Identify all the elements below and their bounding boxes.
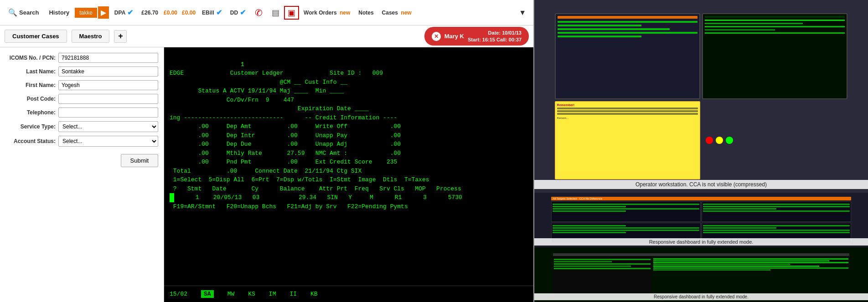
mini-panel-1 bbox=[551, 201, 701, 222]
nav-monitor2-icon[interactable]: ▣ bbox=[284, 6, 299, 20]
status-kb: KB bbox=[310, 291, 318, 297]
main-content: ICOMS No. / PCN: Last Name: First Name: … bbox=[0, 47, 533, 302]
add-button[interactable]: + bbox=[114, 30, 127, 43]
maestro-button[interactable]: Maestro bbox=[72, 30, 110, 43]
nav-price-orange2: £0.00 bbox=[180, 8, 197, 18]
first-name-row: First Name: bbox=[5, 80, 158, 90]
mini-dash-bar: All Targets Selected CCA No Difference bbox=[551, 197, 852, 200]
mary-k-info: Date: 10/01/13 Start: 16:15 Call: 00:37 bbox=[468, 30, 522, 43]
post-code-input[interactable] bbox=[58, 94, 158, 104]
dpa-check-icon: ✔ bbox=[127, 8, 133, 17]
nav-phone-icon[interactable]: ✆ bbox=[250, 5, 267, 20]
status-bar: 15/02 SA MW KS IM II KB bbox=[164, 286, 533, 302]
nav-chevron-icon[interactable]: ▼ bbox=[515, 7, 530, 19]
status-sa: SA bbox=[201, 290, 214, 298]
mini-dash-content bbox=[551, 201, 852, 243]
last-name-input[interactable] bbox=[58, 67, 158, 77]
sub-bar: Customer Cases Maestro + ✕ Mary K Date: … bbox=[0, 26, 533, 47]
nav-cases[interactable]: Cases new bbox=[378, 8, 415, 18]
form-sidebar: ICOMS No. / PCN: Last Name: First Name: … bbox=[0, 47, 164, 302]
status-date: 15/02 bbox=[170, 291, 187, 297]
workstation-image: Remember! Remem... Operator workstation.… bbox=[534, 0, 868, 193]
traffic-lights bbox=[702, 101, 847, 179]
ebill-check-icon: ✔ bbox=[216, 8, 222, 17]
search-icon: 🔍 bbox=[8, 8, 17, 17]
nav-monitor-icon[interactable]: ▤ bbox=[268, 6, 283, 20]
screen-line-1 bbox=[558, 21, 698, 23]
status-im: IM bbox=[269, 291, 276, 297]
icoms-label: ICOMS No. / PCN: bbox=[5, 55, 56, 61]
status-mw: MW bbox=[227, 291, 235, 297]
workstation-visual: Remember! Remem... bbox=[551, 10, 852, 183]
screen-line-2 bbox=[558, 25, 641, 26]
service-type-row: Service Type: Select... bbox=[5, 121, 158, 132]
service-type-select[interactable]: Select... bbox=[58, 121, 158, 132]
service-type-label: Service Type: bbox=[5, 123, 56, 130]
nav-history[interactable]: History bbox=[44, 0, 74, 25]
icoms-input[interactable] bbox=[58, 53, 158, 63]
telephone-label: Telephone: bbox=[5, 109, 56, 116]
icoms-row: ICOMS No. / PCN: bbox=[5, 53, 158, 63]
account-status-label: Account Status: bbox=[5, 138, 56, 144]
customer-cases-button[interactable]: Customer Cases bbox=[5, 30, 67, 43]
account-status-row: Account Status: Select... bbox=[5, 136, 158, 147]
screen-1 bbox=[555, 13, 700, 99]
right-panel: Remember! Remem... Operator workstation.… bbox=[533, 0, 868, 302]
thumbnail-1-label: Responsive dashboard in fully extended m… bbox=[534, 238, 868, 246]
nav-price-gbp: £26.70 bbox=[139, 8, 161, 18]
status-ii: II bbox=[289, 291, 297, 297]
first-name-input[interactable] bbox=[58, 80, 158, 90]
nav-takke[interactable]: takke bbox=[75, 8, 97, 18]
nav-notes[interactable]: Notes bbox=[355, 8, 377, 18]
sticky-note: Remember! Remem... bbox=[555, 101, 700, 179]
terminal-display: 1 EDGE Customer Ledger Site ID : 009 @CM… bbox=[164, 47, 533, 286]
nav-arrow[interactable]: ▶ bbox=[98, 6, 109, 19]
thumbnail-2: Responsive dashboard in fully extended m… bbox=[534, 247, 868, 302]
last-name-row: Last Name: bbox=[5, 67, 158, 77]
thumbnail-2-label: Responsive dashboard in fully extended m… bbox=[534, 293, 868, 300]
screen-line-5 bbox=[558, 36, 641, 37]
submit-button[interactable]: Submit bbox=[121, 154, 158, 167]
nav-work-orders[interactable]: Work Orders new bbox=[300, 8, 354, 18]
workstation-label: Operator workstation. CCA is not visible… bbox=[534, 180, 868, 189]
mary-k-name: Mary K bbox=[444, 33, 464, 40]
telephone-row: Telephone: bbox=[5, 107, 158, 118]
first-name-label: First Name: bbox=[5, 82, 56, 88]
nav-search[interactable]: 🔍 Search bbox=[4, 0, 43, 25]
screen-2 bbox=[702, 13, 847, 99]
last-name-label: Last Name: bbox=[5, 68, 56, 75]
mini-dashboard: All Targets Selected CCA No Difference bbox=[551, 197, 852, 243]
dd-check-icon: ✔ bbox=[240, 8, 246, 17]
nav-bar: 🔍 Search History takke ▶ DPA ✔ £26.70 £0… bbox=[0, 0, 533, 26]
status-ks: KS bbox=[248, 291, 255, 297]
nav-dpa: DPA ✔ bbox=[110, 6, 138, 19]
mary-k-button[interactable]: ✕ Mary K Date: 10/01/13 Start: 16:15 Cal… bbox=[424, 27, 529, 46]
screen-line-3 bbox=[558, 28, 670, 30]
screen-bar-1 bbox=[558, 16, 698, 19]
nav-ebill: EBill ✔ bbox=[198, 6, 226, 19]
nav-price-orange1: £0.00 bbox=[162, 8, 179, 18]
mini-panel-2 bbox=[702, 201, 851, 222]
screen-line-4 bbox=[558, 32, 698, 34]
mary-k-close-icon[interactable]: ✕ bbox=[432, 32, 441, 41]
telephone-input[interactable] bbox=[58, 107, 158, 118]
thumbnail-2-content bbox=[551, 251, 852, 298]
thumbnail-1: All Targets Selected CCA No Difference bbox=[534, 193, 868, 247]
account-status-select[interactable]: Select... bbox=[58, 136, 158, 147]
post-code-label: Post Code: bbox=[5, 96, 56, 102]
nav-dd: DD ✔ bbox=[227, 6, 249, 19]
post-code-row: Post Code: bbox=[5, 94, 158, 104]
